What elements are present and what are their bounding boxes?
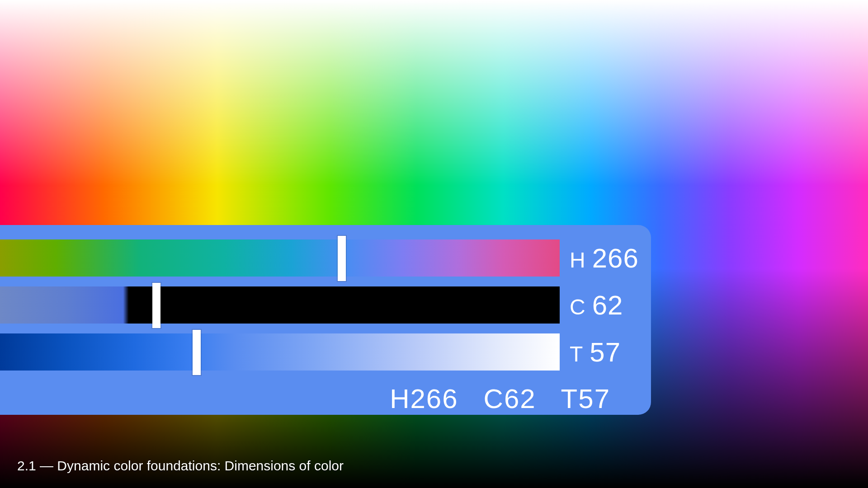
- chroma-row: C 62: [0, 286, 629, 324]
- tone-label: T: [570, 342, 583, 366]
- chroma-slider[interactable]: [0, 286, 560, 324]
- hue-thumb[interactable]: [338, 236, 346, 281]
- chroma-thumb[interactable]: [152, 283, 160, 328]
- hue-row: H 266: [0, 239, 629, 277]
- tone-value: 57: [590, 337, 621, 368]
- combined-h: H266: [390, 384, 458, 414]
- combined-c: C62: [484, 384, 536, 414]
- tone-slider[interactable]: [0, 333, 560, 371]
- chroma-readout: C 62: [570, 290, 637, 321]
- combined-readout: H266 C62 T57: [390, 383, 629, 414]
- hct-picker-panel: H 266 C 62 T 57 H266 C62: [0, 225, 651, 415]
- color-space-background: H 266 C 62 T 57 H266 C62: [0, 0, 868, 488]
- slide-caption: 2.1 — Dynamic color foundations: Dimensi…: [17, 458, 344, 474]
- chroma-label: C: [570, 295, 586, 319]
- hue-slider[interactable]: [0, 239, 560, 277]
- tone-thumb[interactable]: [193, 330, 201, 375]
- hue-label: H: [570, 248, 586, 272]
- chroma-value: 62: [592, 290, 623, 321]
- tone-readout: T 57: [570, 337, 637, 368]
- hue-value: 266: [592, 243, 639, 274]
- combined-t: T57: [561, 384, 610, 414]
- tone-row: T 57: [0, 333, 629, 371]
- hue-readout: H 266: [570, 243, 637, 274]
